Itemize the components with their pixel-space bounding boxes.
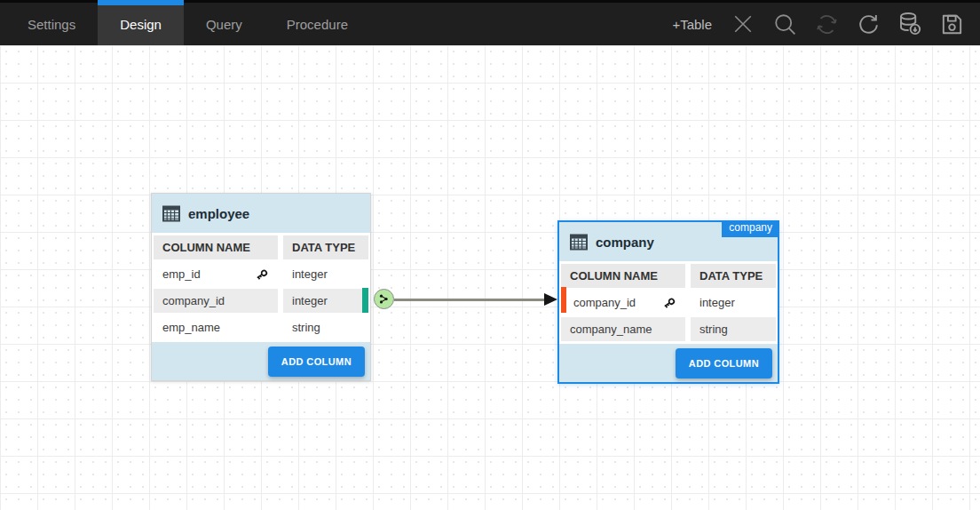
close-icon[interactable]	[729, 10, 757, 38]
table-grid-icon	[162, 205, 180, 222]
sync-icon[interactable]	[812, 10, 841, 38]
data-type-header: DATA TYPE	[691, 264, 776, 288]
relation-arrowhead-icon	[544, 293, 557, 306]
columns-table: COLUMN NAME DATA TYPE emp_id integer com…	[152, 233, 370, 342]
save-icon[interactable]	[937, 10, 966, 38]
refresh-icon[interactable]	[854, 10, 882, 38]
relation-line[interactable]	[394, 299, 545, 301]
column-type[interactable]: integer	[691, 291, 776, 315]
column-name: emp_name	[162, 321, 220, 334]
relation-target-port	[561, 287, 566, 313]
navbar-actions: +Table	[668, 3, 980, 45]
card-footer: ADD COLUMN	[559, 344, 778, 382]
tab-design[interactable]: Design	[98, 3, 184, 45]
relation-source-port	[362, 288, 368, 313]
design-canvas[interactable]: employee COLUMN NAME DATA TYPE emp_id in…	[0, 45, 980, 510]
search-icon[interactable]	[771, 10, 799, 38]
selected-table-badge: company	[722, 220, 779, 237]
table-title: employee	[188, 206, 249, 221]
column-row-company_id[interactable]: company_id	[561, 291, 685, 315]
card-footer: ADD COLUMN	[152, 342, 370, 380]
column-type[interactable]: integer	[283, 262, 368, 286]
tab-query[interactable]: Query	[184, 3, 265, 45]
column-type[interactable]: string	[283, 315, 368, 339]
column-name: company_name	[570, 323, 652, 336]
primary-key-icon	[255, 267, 269, 282]
table-header-employee[interactable]: employee	[152, 194, 370, 233]
column-row-emp_name[interactable]: emp_name	[154, 315, 278, 339]
data-type-header: DATA TYPE	[283, 235, 368, 259]
column-name: emp_id	[162, 267, 201, 281]
column-name: company_id	[162, 294, 225, 307]
table-card-company[interactable]: company company COLUMN NAME DATA TYPE co…	[557, 220, 779, 384]
add-table-button[interactable]: +Table	[668, 17, 715, 32]
table-title: company	[596, 235, 654, 250]
column-name: company_id	[573, 296, 636, 309]
tab-procedure[interactable]: Procedure	[265, 3, 370, 45]
column-type[interactable]: string	[691, 317, 776, 341]
add-column-button[interactable]: ADD COLUMN	[676, 348, 772, 379]
table-card-employee[interactable]: employee COLUMN NAME DATA TYPE emp_id in…	[151, 193, 371, 381]
column-name-header: COLUMN NAME	[561, 264, 685, 288]
database-export-icon[interactable]	[896, 10, 924, 38]
top-navbar: Settings Design Query Procedure +Table	[0, 0, 980, 45]
add-column-button[interactable]: ADD COLUMN	[268, 347, 365, 377]
tab-settings[interactable]: Settings	[5, 3, 98, 45]
table-grid-icon	[570, 234, 588, 251]
columns-table: COLUMN NAME DATA TYPE company_id integer…	[559, 261, 778, 344]
column-type[interactable]: integer	[283, 289, 368, 313]
primary-key-icon	[662, 296, 676, 310]
nav-tabs: Settings Design Query Procedure	[5, 3, 370, 45]
column-row-company_name[interactable]: company_name	[561, 317, 685, 341]
column-name-header: COLUMN NAME	[154, 235, 278, 259]
column-row-company_id[interactable]: company_id	[154, 289, 278, 313]
column-row-emp_id[interactable]: emp_id	[154, 262, 278, 286]
relation-handle[interactable]	[374, 289, 394, 309]
